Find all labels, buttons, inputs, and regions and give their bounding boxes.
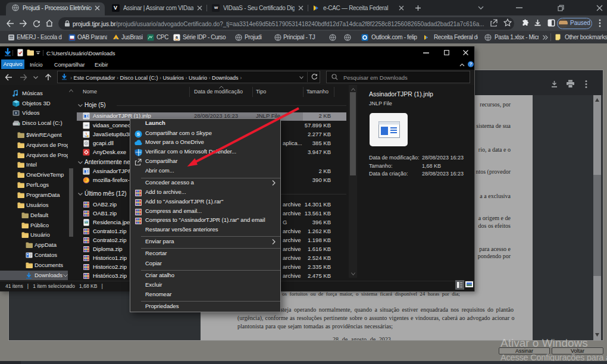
svg-text:vid: vid — [85, 124, 87, 127]
svg-text:a: a — [176, 35, 178, 39]
svg-text:S: S — [137, 131, 140, 137]
